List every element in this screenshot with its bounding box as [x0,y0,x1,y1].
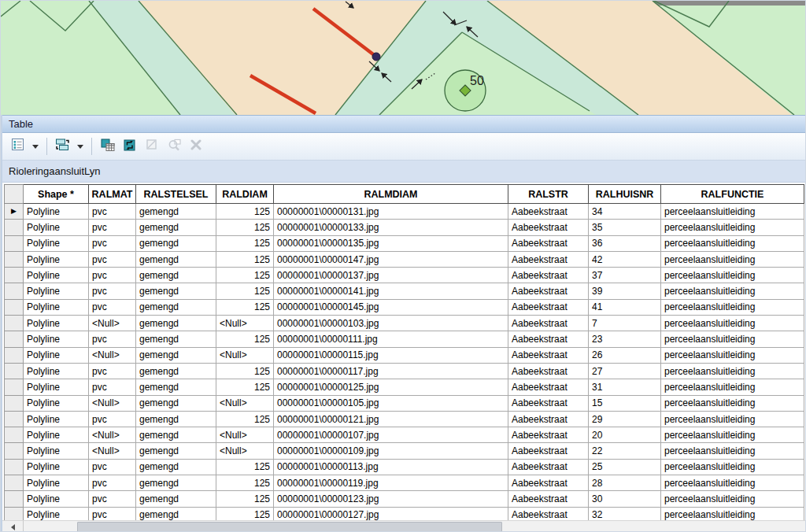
cell[interactable]: <Null> [216,316,274,331]
row-selector[interactable] [5,220,24,235]
cell[interactable]: gemengd [136,251,216,267]
cell[interactable]: gemengd [136,268,216,283]
cell[interactable]: pvc [89,363,136,379]
cell[interactable]: 00000001\00000135.jpg [274,235,508,251]
cell[interactable]: gemengd [136,491,216,507]
cell[interactable]: Aabeekstraat [508,443,589,459]
cell[interactable]: Aabeekstraat [508,427,589,443]
cell[interactable]: Polyline [24,299,89,315]
cell[interactable]: gemengd [136,507,216,520]
cell[interactable]: Aabeekstraat [508,204,589,220]
cell[interactable]: 125 [216,363,274,379]
cell[interactable]: 31 [589,379,661,395]
cell[interactable]: Aabeekstraat [508,411,589,427]
cell[interactable]: Polyline [24,427,89,443]
row-selector[interactable] [5,251,24,267]
cell[interactable]: 125 [216,268,274,283]
cell[interactable]: perceelaansluitleiding [661,220,804,235]
layer-tab[interactable]: RioleringaansluitLyn [2,161,805,183]
cell[interactable]: pvc [89,268,136,283]
cell[interactable]: 125 [216,235,274,251]
cell[interactable]: perceelaansluitleiding [661,331,804,347]
cell[interactable]: gemengd [136,220,216,235]
cell[interactable]: perceelaansluitleiding [661,204,804,220]
cell[interactable]: <Null> [89,443,136,459]
cell[interactable]: perceelaansluitleiding [661,411,804,427]
row-selector[interactable]: ▶ [5,204,24,220]
cell[interactable]: 00000001\00000133.jpg [274,220,508,235]
cell[interactable]: 125 [216,331,274,347]
cell[interactable]: Aabeekstraat [508,235,589,251]
cell[interactable]: 00000001\00000145.jpg [274,299,508,315]
cell[interactable]: pvc [89,283,136,299]
row-selector[interactable] [5,347,24,363]
cell[interactable]: pvc [89,220,136,235]
cell[interactable]: 35 [589,220,661,235]
cell[interactable]: Aabeekstraat [508,347,589,363]
cell[interactable]: perceelaansluitleiding [661,316,804,331]
cell[interactable]: 00000001\00000123.jpg [274,491,508,507]
cell[interactable]: 27 [589,363,661,379]
map-canvas[interactable]: 50 [1,1,806,115]
row-selector[interactable] [5,459,24,475]
cell[interactable]: Aabeekstraat [508,459,589,475]
cell[interactable]: 125 [216,283,274,299]
row-selector[interactable] [5,299,24,315]
cell[interactable]: 00000001\00000119.jpg [274,475,508,491]
horizontal-scrollbar[interactable] [2,520,805,532]
cell[interactable]: 00000001\00000125.jpg [274,379,508,395]
cell[interactable]: gemengd [136,363,216,379]
cell[interactable]: pvc [89,411,136,427]
cell[interactable]: Polyline [24,491,89,507]
table-options-button[interactable] [9,137,28,156]
select-records-button[interactable] [98,137,117,156]
cell[interactable]: 25 [589,459,661,475]
header-corner[interactable] [5,185,24,204]
cell[interactable]: 125 [216,220,274,235]
cell[interactable]: 00000001\00000137.jpg [274,268,508,283]
cell[interactable]: 37 [589,268,661,283]
cell[interactable]: Polyline [24,443,89,459]
cell[interactable]: gemengd [136,443,216,459]
cell[interactable]: gemengd [136,379,216,395]
cell[interactable]: perceelaansluitleiding [661,283,804,299]
cell[interactable]: Polyline [24,395,89,411]
cell[interactable]: Polyline [24,475,89,491]
cell[interactable]: perceelaansluitleiding [661,299,804,315]
cell[interactable]: perceelaansluitleiding [661,459,804,475]
cell[interactable]: 23 [589,331,661,347]
cell[interactable]: Aabeekstraat [508,220,589,235]
cell[interactable]: 125 [216,251,274,267]
row-selector[interactable] [5,395,24,411]
cell[interactable]: Aabeekstraat [508,363,589,379]
cell[interactable]: perceelaansluitleiding [661,268,804,283]
row-selector[interactable] [5,411,24,427]
delete-selected-button[interactable] [187,137,205,156]
cell[interactable]: perceelaansluitleiding [661,251,804,267]
cell[interactable]: 30 [589,491,661,507]
column-header-ralfunctie[interactable]: RALFUNCTIE [661,185,804,204]
cell[interactable]: perceelaansluitleiding [661,363,804,379]
row-selector[interactable] [5,491,24,507]
table-options-dropdown[interactable] [31,137,40,156]
cell[interactable]: pvc [89,379,136,395]
cell[interactable]: Polyline [24,251,89,267]
cell[interactable]: perceelaansluitleiding [661,379,804,395]
cell[interactable]: Aabeekstraat [508,331,589,347]
cell[interactable]: 00000001\00000121.jpg [274,411,508,427]
cell[interactable]: 125 [216,459,274,475]
cell[interactable]: 00000001\00000103.jpg [274,316,508,331]
cell[interactable]: 00000001\00000105.jpg [274,395,508,411]
cell[interactable]: gemengd [136,316,216,331]
cell[interactable]: 00000001\00000115.jpg [274,347,508,363]
cell[interactable]: 125 [216,379,274,395]
row-selector[interactable] [5,443,24,459]
cell[interactable]: gemengd [136,235,216,251]
related-tables-dropdown[interactable] [76,137,85,156]
cell[interactable]: 125 [216,507,274,520]
cell[interactable]: Aabeekstraat [508,299,589,315]
cell[interactable]: 00000001\00000107.jpg [274,427,508,443]
cell[interactable]: Aabeekstraat [508,379,589,395]
cell[interactable]: 36 [589,235,661,251]
cell[interactable]: Polyline [24,379,89,395]
